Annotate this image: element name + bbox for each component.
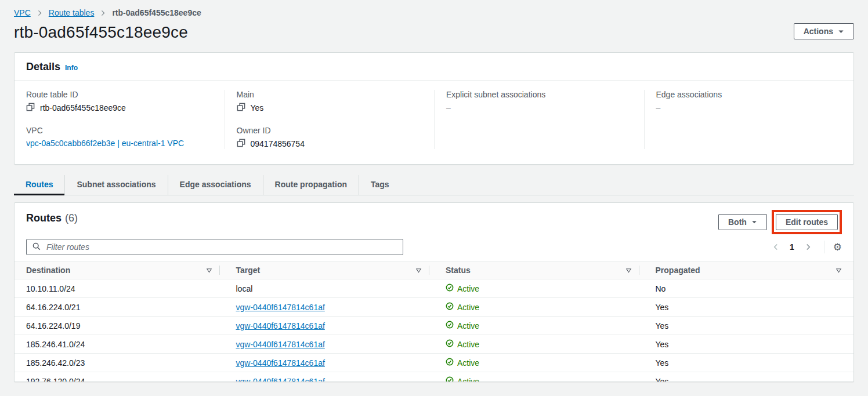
- both-dropdown-label: Both: [728, 217, 747, 227]
- breadcrumb: VPC Route tables rtb-0ad65f455c18ee9ce: [14, 8, 854, 17]
- status-cell: Active: [434, 298, 644, 317]
- status-cell: Active: [434, 317, 644, 335]
- destination-cell: 192.76.120.0/24: [15, 372, 225, 383]
- field-label: VPC: [26, 126, 213, 135]
- target-cell: vgw-0440f6147814c61af: [225, 298, 435, 317]
- target-cell: vgw-0440f6147814c61af: [225, 354, 435, 372]
- tab-bar: Routes Subnet associations Edge associat…: [14, 175, 854, 195]
- chevron-right-icon: [100, 10, 106, 16]
- status-cell: Active: [434, 279, 644, 298]
- target-link[interactable]: vgw-0440f6147814c61af: [236, 340, 325, 349]
- actions-button-label: Actions: [804, 27, 833, 36]
- status-cell: Active: [434, 335, 644, 354]
- target-link[interactable]: vgw-0440f6147814c61af: [236, 321, 325, 330]
- page-title: rtb-0ad65f455c18ee9ce: [14, 23, 188, 42]
- edit-routes-button[interactable]: Edit routes: [776, 214, 838, 230]
- propagated-cell: No: [644, 279, 854, 298]
- field-label: Explicit subnet associations: [446, 90, 632, 99]
- tab-subnet-associations[interactable]: Subnet associations: [64, 175, 167, 195]
- explicit-subnet-associations-value: –: [446, 103, 451, 112]
- target-cell: local: [225, 279, 435, 298]
- table-row: 10.10.11.0/24 local Active No: [15, 279, 853, 298]
- target-link[interactable]: vgw-0440f6147814c61af: [236, 377, 325, 383]
- field-main: Main Yes: [237, 90, 423, 113]
- filter-triangle-icon[interactable]: [206, 267, 212, 274]
- column-header-destination[interactable]: Destination: [15, 261, 225, 279]
- tab-route-propagation[interactable]: Route propagation: [263, 175, 359, 195]
- target-cell: vgw-0440f6147814c61af: [225, 372, 435, 383]
- tab-edge-associations[interactable]: Edge associations: [168, 175, 263, 195]
- edge-associations-value: –: [656, 103, 661, 112]
- target-link[interactable]: vgw-0440f6147814c61af: [236, 303, 325, 312]
- status-label: Active: [457, 321, 479, 330]
- status-label: Active: [457, 340, 479, 349]
- status-active-icon: [446, 284, 454, 293]
- column-header-label: Status: [446, 266, 471, 275]
- destination-cell: 10.10.11.0/24: [15, 279, 225, 298]
- target-cell: vgw-0440f6147814c61af: [225, 335, 435, 354]
- column-header-label: Destination: [26, 266, 70, 275]
- filter-routes-input[interactable]: [45, 242, 397, 252]
- status-label: Active: [457, 358, 479, 368]
- table-header-row: Destination Target: [15, 261, 853, 279]
- filter-triangle-icon[interactable]: [625, 267, 632, 274]
- previous-page-button[interactable]: [768, 241, 784, 253]
- status-active-icon: [446, 358, 454, 368]
- destination-cell: 64.16.224.0/21: [15, 298, 225, 317]
- field-label: Route table ID: [26, 90, 213, 99]
- copy-icon[interactable]: [26, 103, 35, 113]
- field-label: Main: [237, 90, 423, 99]
- copy-icon[interactable]: [237, 139, 245, 149]
- filter-triangle-icon[interactable]: [836, 267, 842, 274]
- divider: [824, 241, 825, 253]
- page: VPC Route tables rtb-0ad65f455c18ee9ce r…: [0, 0, 868, 382]
- column-header-status[interactable]: Status: [434, 261, 644, 279]
- details-title: Details: [26, 61, 60, 73]
- next-page-button[interactable]: [800, 241, 816, 253]
- vpc-link[interactable]: vpc-0a5c0cabb66f2eb3e | eu-central-1 VPC: [26, 139, 184, 148]
- routes-controls-row: 1 ⚙: [15, 234, 853, 255]
- breadcrumb-current: rtb-0ad65f455c18ee9ce: [112, 8, 201, 17]
- search-icon: [32, 242, 41, 252]
- copy-icon[interactable]: [237, 103, 245, 113]
- details-column-2: Main Yes Owner ID 094174856754: [225, 90, 435, 149]
- routes-header-controls: Both Edit routes: [718, 210, 842, 234]
- info-link[interactable]: Info: [65, 64, 78, 72]
- status-cell: Active: [434, 354, 644, 372]
- filter-triangle-icon[interactable]: [415, 267, 422, 274]
- details-column-3: Explicit subnet associations –: [434, 90, 644, 149]
- target-link[interactable]: vgw-0440f6147814c61af: [236, 358, 325, 368]
- column-header-label: Propagated: [656, 266, 700, 275]
- propagated-cell: Yes: [644, 372, 854, 383]
- tab-routes[interactable]: Routes: [14, 175, 64, 195]
- column-header-target[interactable]: Target: [225, 261, 435, 279]
- field-owner-id: Owner ID 094174856754: [237, 126, 423, 149]
- destination-cell: 185.246.42.0/23: [15, 354, 225, 372]
- page-number[interactable]: 1: [786, 242, 798, 252]
- routes-title: Routes: [26, 212, 62, 224]
- status-active-icon: [446, 339, 454, 349]
- table-row: 64.16.224.0/21 vgw-0440f6147814c61af Act…: [15, 298, 853, 317]
- propagated-cell: Yes: [644, 298, 854, 317]
- field-route-table-id: Route table ID rtb-0ad65f455c18ee9ce: [26, 90, 213, 113]
- routes-head: Routes (6) Both Edit routes: [15, 203, 853, 234]
- settings-gear-icon[interactable]: ⚙: [833, 242, 842, 252]
- column-header-label: Target: [236, 266, 261, 275]
- table-row: 185.246.42.0/23 vgw-0440f6147814c61af Ac…: [15, 354, 853, 372]
- propagated-cell: Yes: [644, 317, 854, 335]
- caret-down-icon: [838, 28, 844, 35]
- routes-table: Destination Target: [15, 261, 853, 382]
- breadcrumb-link-vpc[interactable]: VPC: [14, 8, 31, 17]
- breadcrumb-link-route-tables[interactable]: Route tables: [49, 8, 95, 17]
- actions-button[interactable]: Actions: [794, 23, 854, 39]
- filter-routes-box: [26, 239, 403, 255]
- status-active-icon: [446, 376, 454, 382]
- status-active-icon: [446, 302, 454, 312]
- caret-down-icon: [751, 219, 757, 225]
- table-row: 185.246.41.0/24 vgw-0440f6147814c61af Ac…: [15, 335, 853, 354]
- both-dropdown[interactable]: Both: [718, 214, 767, 230]
- column-header-propagated[interactable]: Propagated: [644, 261, 854, 279]
- tab-tags[interactable]: Tags: [359, 175, 401, 195]
- field-label: Owner ID: [237, 126, 423, 135]
- main-value: Yes: [251, 103, 264, 112]
